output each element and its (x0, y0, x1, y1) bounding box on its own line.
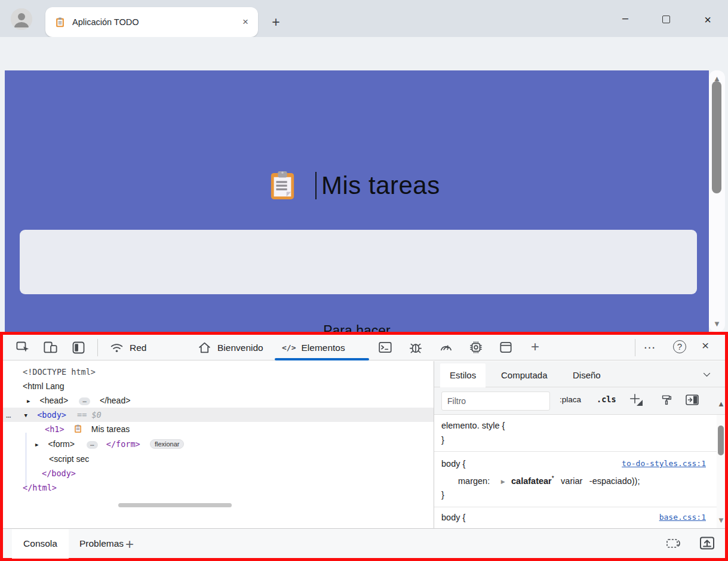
drawer-more-tools-button[interactable]: + (125, 536, 134, 553)
tab-console[interactable]: Consola (12, 529, 69, 559)
tab-network-label: Red (130, 343, 146, 353)
element-class-button[interactable]: .cls (597, 394, 616, 404)
css-value-bold[interactable]: calafatear (511, 476, 552, 486)
style-rule-body-todo[interactable]: body { to-do-styles.css:1 margen: ▶ cala… (434, 452, 717, 507)
flex-badge[interactable]: flexionar (150, 439, 185, 449)
new-tab-button[interactable]: + (268, 14, 284, 31)
style-rule-body-base[interactable]: body { base.css:1 (434, 507, 717, 528)
dom-node-body-selected[interactable]: … ▼ <body> == $0 (3, 408, 434, 422)
page-scrollbar[interactable]: ▲ ▼ (709, 70, 725, 332)
restart-frame-button[interactable] (666, 536, 683, 551)
styles-scrollbar-thumb[interactable] (718, 426, 724, 455)
css-value-end[interactable]: -espaciado)); (589, 476, 640, 486)
tab-title: Aplicación TODO (72, 17, 240, 27)
collapsed-content-ellipsis[interactable]: … (79, 397, 90, 405)
dropdown-corner (637, 400, 643, 406)
dom-node-script[interactable]: <script sec (3, 452, 434, 466)
scroll-down-icon[interactable]: ▼ (713, 516, 728, 525)
chevron-down-icon[interactable] (702, 369, 712, 380)
tab-computed[interactable]: Computada (492, 363, 557, 387)
page-viewport: Mis tareas + Agregar una tarea → Para ha… (0, 70, 728, 332)
scroll-down-icon[interactable]: ▼ (709, 319, 725, 328)
application-button[interactable] (498, 340, 514, 355)
dom-node-head[interactable]: ▶ <head> … </head> (3, 393, 434, 408)
home-icon (197, 340, 212, 355)
window-close-button[interactable]: × (699, 12, 717, 27)
more-tabs-button[interactable]: + (531, 338, 539, 355)
dom-node-h1[interactable]: <h1> Mis tareas (3, 422, 434, 436)
dom-horizontal-scrollbar-thumb[interactable] (118, 503, 232, 507)
tab-layout[interactable]: Diseño (563, 363, 610, 387)
devtools-more-options-button[interactable]: … (643, 337, 656, 352)
focus-mode-button[interactable] (70, 340, 87, 356)
device-emulation-button[interactable] (42, 340, 59, 356)
value-expand-icon[interactable]: ▶ (501, 479, 505, 485)
memory-button[interactable] (468, 340, 484, 355)
tab-elements[interactable]: </> Elementos (282, 335, 345, 360)
css-value-mid[interactable]: variar (561, 476, 582, 486)
tab-elements-label: Elementos (301, 343, 345, 353)
style-rule-inline[interactable]: elemento. style { } (434, 415, 717, 452)
styles-scrollbar[interactable]: ▲ ▼ (717, 415, 725, 528)
tab-strip: Aplicación TODO × + – × (0, 0, 728, 37)
page-scrollbar-thumb[interactable] (712, 81, 721, 193)
page-heading: Mis tareas (269, 171, 440, 201)
closing-brace: } (441, 490, 717, 500)
debugger-button[interactable] (408, 340, 423, 355)
tab-network[interactable]: Red (109, 335, 146, 360)
styles-pane: Estilos Computada Diseño :placa .cls (434, 361, 725, 528)
pseudo-state-button[interactable]: :placa (560, 395, 581, 404)
devtools-toolbar: Red Bienvenido </> Elementos (3, 335, 725, 360)
add-task-bar[interactable]: + Agregar una tarea → (20, 230, 697, 294)
dom-node-html-open[interactable]: <html Lang (3, 379, 434, 393)
dom-node-body-close[interactable]: </body> (3, 466, 434, 480)
dom-node-html-close[interactable]: </html> (3, 480, 434, 495)
css-value-asterisk: * (552, 475, 554, 482)
new-style-rule-button[interactable] (628, 392, 641, 405)
clipboard-mini-icon (74, 424, 82, 433)
devtools-close-button[interactable]: × (702, 338, 709, 353)
inspect-element-button[interactable] (15, 340, 31, 356)
dom-node-doctype[interactable]: <!DOCTYPE html> (3, 365, 434, 379)
performance-button[interactable] (438, 340, 454, 355)
tab-favicon-clipboard-icon (55, 17, 65, 27)
styles-toolbar: :placa .cls (434, 387, 725, 415)
node-menu-dots[interactable]: … (6, 410, 11, 420)
window-maximize-button[interactable] (657, 12, 675, 27)
window-minimize-button[interactable]: – (616, 12, 634, 27)
devtools-panel: Red Bienvenido </> Elementos (0, 332, 728, 561)
toggle-sidebar-button[interactable] (685, 393, 699, 406)
collapse-arrow-icon[interactable]: ▼ (24, 412, 27, 418)
closing-brace: } (441, 435, 717, 445)
tab-problems[interactable]: Problemas (79, 529, 124, 559)
tab-styles[interactable]: Estilos (440, 363, 486, 387)
devtools-help-button[interactable]: ? (673, 340, 686, 353)
collapsed-content-ellipsis[interactable]: … (87, 441, 98, 449)
console-drawer: Consola Problemas + (3, 528, 725, 558)
expand-arrow-icon[interactable]: ▶ (27, 398, 30, 404)
active-tab-underline (275, 358, 369, 360)
expand-panel-button[interactable] (699, 535, 715, 551)
clipboard-icon (269, 171, 296, 201)
format-paint-button[interactable] (660, 393, 673, 406)
code-icon: </> (282, 343, 296, 352)
wifi-icon (109, 340, 124, 355)
elements-dom-tree: <!DOCTYPE html> <html Lang ▶ <head> … </… (3, 361, 434, 509)
styles-tab-bar: Estilos Computada Diseño (434, 361, 725, 387)
expand-arrow-icon[interactable]: ▶ (35, 442, 38, 448)
stylesheet-link[interactable]: base.css:1 (659, 513, 706, 522)
person-icon (11, 8, 32, 30)
css-property-name[interactable]: margen: (458, 476, 490, 486)
tab-close-icon[interactable]: × (240, 16, 251, 28)
tab-welcome[interactable]: Bienvenido (197, 335, 263, 360)
stylesheet-link[interactable]: to-do-styles.css:1 (622, 459, 706, 468)
browser-toolbar: ← https://microsoftedge.github.io/Demos/… (0, 37, 728, 70)
text-caret (315, 172, 317, 199)
scroll-up-icon[interactable]: ▲ (713, 399, 728, 408)
dom-node-form[interactable]: ▶ <form> … </form> flexionar (3, 437, 434, 451)
profile-avatar[interactable] (11, 8, 32, 30)
styles-filter-input[interactable] (441, 392, 550, 411)
console-panel-button[interactable] (377, 340, 393, 355)
inline-style-selector[interactable]: elemento. style { (441, 421, 717, 430)
browser-tab[interactable]: Aplicación TODO × (45, 7, 258, 37)
